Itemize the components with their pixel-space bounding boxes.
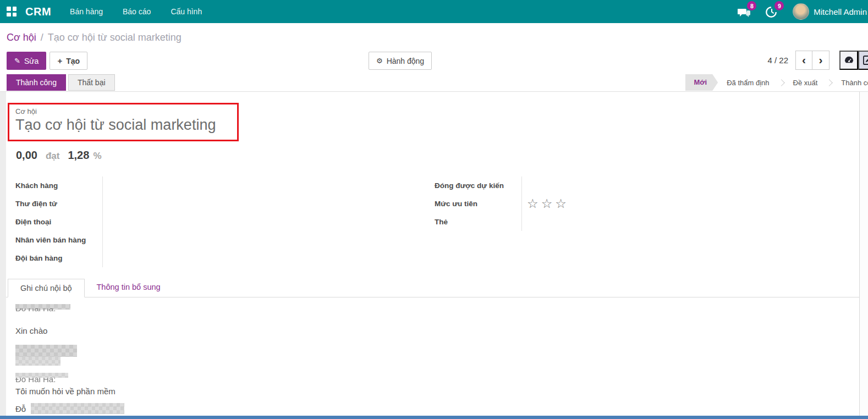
menu-item-configuration[interactable]: Cấu hình bbox=[171, 7, 202, 16]
stage-proposition[interactable]: Đề xuất bbox=[784, 79, 827, 87]
topbar-right: 8 9 Mitchell Admin bbox=[738, 3, 868, 20]
field-label-email: Thư điện tử bbox=[15, 200, 102, 208]
field-value-expected-closing[interactable] bbox=[521, 177, 842, 195]
pager-count: 4 / 22 bbox=[767, 56, 788, 65]
field-value-sales-team[interactable] bbox=[102, 249, 422, 267]
field-label-priority: Mức ưu tiên bbox=[435, 200, 521, 208]
breadcrumb: Cơ hội / Tạo cơ hội từ social marketing bbox=[0, 23, 868, 48]
redacted-block bbox=[15, 345, 77, 357]
field-label-sales-team: Đội bán hàng bbox=[15, 254, 102, 262]
note-speaker-1: Đỗ Hải Hà: bbox=[15, 308, 92, 315]
stage-qualified[interactable]: Đã thẩm định bbox=[718, 79, 778, 87]
create-button[interactable]: + Tạo bbox=[50, 52, 87, 70]
action-menu-button[interactable]: ⚙ Hành động bbox=[369, 52, 432, 70]
field-row: Đóng được dự kiến bbox=[435, 177, 842, 195]
breadcrumb-current: Tạo cơ hội từ social marketing bbox=[48, 32, 182, 43]
field-row: Đội bán hàng bbox=[15, 249, 422, 267]
field-label-salesperson: Nhân viên bán hàng bbox=[15, 236, 102, 244]
app-brand[interactable]: CRM bbox=[25, 5, 51, 18]
field-value-tags[interactable] bbox=[521, 213, 842, 231]
form-sheet: Cơ hội Tạo cơ hội từ social marketing 0,… bbox=[6, 92, 860, 416]
crm-form-screen: CRM Bán hàng Báo cáo Cấu hình 8 9 bbox=[0, 0, 868, 419]
note-greeting: Xin chào bbox=[15, 326, 47, 335]
field-group-left: Khách hàng Thư điện tử Điện thoại Nhân v… bbox=[15, 177, 422, 267]
revenue-row: 0,00 đạt 1,28 % bbox=[16, 149, 102, 162]
dashboard-view-button[interactable] bbox=[839, 51, 858, 70]
plus-icon: + bbox=[57, 56, 62, 65]
pager-previous-button[interactable]: ‹ bbox=[795, 51, 812, 70]
at-label: đạt bbox=[46, 151, 60, 162]
field-value-priority: ☆ ☆ ☆ bbox=[521, 195, 842, 213]
gauge-icon bbox=[844, 55, 854, 65]
bottom-window-edge bbox=[0, 416, 868, 419]
field-label-customer: Khách hàng bbox=[15, 181, 102, 190]
chevron-right-icon: › bbox=[819, 54, 823, 65]
field-row: Mức ưu tiên ☆ ☆ ☆ bbox=[435, 195, 842, 213]
menu-item-sales[interactable]: Bán hàng bbox=[70, 7, 103, 16]
activities-icon[interactable]: 9 bbox=[765, 5, 779, 18]
breadcrumb-separator: / bbox=[41, 32, 43, 43]
field-value-phone[interactable] bbox=[102, 213, 422, 231]
field-value-email[interactable] bbox=[102, 195, 422, 213]
stage-pipeline: Mới Đã thẩm định Đề xuất Thành công bbox=[685, 74, 868, 91]
field-row: Điện thoại bbox=[15, 213, 422, 231]
stage-chevron-icon bbox=[778, 79, 785, 86]
gear-icon: ⚙ bbox=[376, 57, 383, 65]
page-gutter-right bbox=[860, 92, 868, 416]
pager-and-views: 4 / 22 ‹ › bbox=[767, 51, 868, 70]
main-menu: Bán hàng Báo cáo Cấu hình bbox=[70, 7, 202, 16]
field-group-right: Đóng được dự kiến Mức ưu tiên ☆ ☆ ☆ Thẻ bbox=[435, 177, 842, 231]
note-last-prefix: Đỗ bbox=[15, 404, 26, 414]
field-value-customer[interactable] bbox=[102, 177, 422, 195]
user-avatar bbox=[793, 3, 809, 20]
control-panel: ✎ Sửa + Tạo ⚙ Hành động 4 / 22 ‹ › bbox=[0, 48, 868, 73]
redacted-block bbox=[15, 357, 61, 366]
stage-won[interactable]: Thành công bbox=[832, 79, 868, 87]
star-icon[interactable]: ☆ bbox=[555, 197, 567, 210]
stage-chevron-icon bbox=[826, 79, 833, 86]
field-label-phone: Điện thoại bbox=[15, 218, 102, 226]
star-icon[interactable]: ☆ bbox=[527, 197, 539, 210]
notebook-tabs: Ghi chú nội bộ Thông tin bổ sung bbox=[6, 279, 859, 297]
mark-won-button[interactable]: Thành công bbox=[7, 74, 66, 91]
field-row: Nhân viên bán hàng bbox=[15, 231, 422, 249]
priority-stars[interactable]: ☆ ☆ ☆ bbox=[527, 197, 567, 210]
star-icon[interactable]: ☆ bbox=[541, 197, 553, 210]
redacted-block bbox=[31, 403, 124, 414]
page-gutter-left bbox=[0, 92, 6, 416]
pencil-icon: ✎ bbox=[14, 57, 20, 65]
probability-value[interactable]: 1,28 bbox=[68, 149, 89, 162]
apps-grid-icon[interactable] bbox=[7, 7, 17, 16]
create-button-label: Tạo bbox=[66, 57, 80, 65]
user-menu[interactable]: Mitchell Admin bbox=[793, 3, 867, 20]
pager-next-button[interactable]: › bbox=[812, 51, 829, 70]
statusbar: Thành công Thất bại Mới Đã thẩm định Đề … bbox=[0, 73, 868, 92]
stage-new[interactable]: Mới bbox=[685, 74, 718, 91]
top-navbar: CRM Bán hàng Báo cáo Cấu hình 8 9 bbox=[0, 0, 868, 23]
action-button-label: Hành động bbox=[387, 57, 425, 65]
breadcrumb-parent-link[interactable]: Cơ hội bbox=[7, 32, 36, 43]
chevron-left-icon: ‹ bbox=[802, 54, 806, 65]
record-type-label: Cơ hội bbox=[15, 107, 37, 115]
edit-button[interactable]: ✎ Sửa bbox=[7, 52, 46, 70]
menu-item-reporting[interactable]: Báo cáo bbox=[123, 7, 151, 16]
field-row: Khách hàng bbox=[15, 177, 422, 195]
view-switcher bbox=[839, 51, 868, 70]
redacted-block bbox=[15, 373, 68, 378]
field-value-salesperson[interactable] bbox=[102, 231, 422, 249]
field-row: Thẻ bbox=[435, 213, 842, 231]
edit-button-label: Sửa bbox=[24, 57, 39, 65]
pager: ‹ › bbox=[795, 51, 829, 70]
messages-icon[interactable]: 8 bbox=[738, 5, 752, 18]
percent-sign: % bbox=[93, 151, 101, 162]
tab-internal-notes[interactable]: Ghi chú nội bộ bbox=[8, 279, 85, 297]
expected-revenue-value[interactable]: 0,00 bbox=[16, 149, 37, 162]
messages-badge: 8 bbox=[747, 1, 756, 10]
field-label-expected-closing: Đóng được dự kiến bbox=[435, 181, 521, 190]
activities-badge: 9 bbox=[774, 1, 784, 10]
opportunity-title[interactable]: Tạo cơ hội từ social marketing bbox=[15, 117, 216, 134]
mark-lost-button[interactable]: Thất bại bbox=[68, 74, 115, 91]
field-row: Thư điện tử bbox=[15, 195, 422, 213]
form-view-button[interactable] bbox=[858, 51, 868, 70]
tab-extra-info[interactable]: Thông tin bổ sung bbox=[85, 278, 173, 297]
